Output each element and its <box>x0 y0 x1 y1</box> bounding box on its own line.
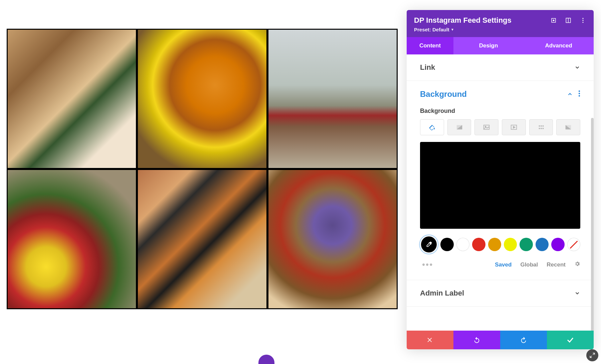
tab-design[interactable]: Design <box>453 37 524 54</box>
snap-icon[interactable] <box>565 17 572 24</box>
svg-point-8 <box>579 93 580 94</box>
section-options-icon[interactable] <box>578 90 580 99</box>
chevron-down-icon <box>574 290 580 296</box>
color-swatch-row <box>420 235 580 253</box>
svg-point-4 <box>582 18 583 19</box>
section-background-title: Background <box>420 89 467 99</box>
save-button[interactable] <box>547 331 594 349</box>
tab-advanced[interactable]: Advanced <box>524 37 594 54</box>
add-module-fab[interactable] <box>258 355 274 364</box>
svg-marker-15 <box>513 126 515 128</box>
panel-title: DP Instagram Feed Settings <box>414 16 512 25</box>
palette-recent[interactable]: Recent <box>547 261 566 268</box>
chevron-down-icon <box>574 64 580 70</box>
section-admin-label[interactable]: Admin Label <box>407 280 594 306</box>
scrollbar[interactable] <box>591 118 594 331</box>
section-admin-label-title: Admin Label <box>420 289 464 298</box>
preset-label: Preset: Default <box>414 27 449 32</box>
swatch-green[interactable] <box>520 238 533 251</box>
undo-button[interactable] <box>453 331 500 349</box>
eyedropper-button[interactable] <box>420 235 438 253</box>
bg-tab-video[interactable] <box>502 119 526 135</box>
svg-line-24 <box>593 353 595 355</box>
svg-rect-21 <box>542 128 544 129</box>
swatch-black[interactable] <box>440 238 453 251</box>
palette-global[interactable]: Global <box>520 261 538 268</box>
section-link-title: Link <box>420 63 435 72</box>
more-swatches-icon[interactable]: ••• <box>420 259 433 270</box>
feed-image[interactable] <box>7 29 137 169</box>
panel-tabs: Content Design Advanced <box>407 37 594 54</box>
feed-image[interactable] <box>137 169 267 309</box>
svg-line-25 <box>590 356 592 358</box>
svg-rect-19 <box>539 128 540 129</box>
feed-image[interactable] <box>267 29 398 169</box>
svg-rect-16 <box>539 126 540 127</box>
chevron-up-icon <box>567 91 573 97</box>
swatch-purple[interactable] <box>551 238 564 251</box>
palette-saved[interactable]: Saved <box>495 261 512 268</box>
swatch-red[interactable] <box>472 238 485 251</box>
feed-image[interactable] <box>7 169 137 309</box>
panel-footer <box>407 331 594 349</box>
svg-rect-20 <box>541 128 542 129</box>
section-link[interactable]: Link <box>407 54 594 80</box>
panel-body: Link Background Background <box>407 54 594 331</box>
svg-rect-18 <box>542 126 544 127</box>
svg-point-7 <box>579 90 580 92</box>
chevron-down-icon: ▼ <box>451 28 454 31</box>
panel-header: DP Instagram Feed Settings Preset: Defau… <box>407 10 594 37</box>
bg-tab-color[interactable] <box>420 119 444 135</box>
feed-image[interactable] <box>137 29 267 169</box>
resize-handle[interactable] <box>586 349 598 361</box>
gear-icon[interactable] <box>574 261 580 268</box>
svg-point-1 <box>553 20 554 21</box>
tab-content[interactable]: Content <box>407 37 453 54</box>
svg-point-5 <box>582 20 583 21</box>
swatch-blue[interactable] <box>536 238 549 251</box>
redo-button[interactable] <box>500 331 547 349</box>
color-preview[interactable] <box>420 142 580 229</box>
cancel-button[interactable] <box>407 331 453 349</box>
svg-point-6 <box>582 22 583 23</box>
feed-image[interactable] <box>267 169 398 309</box>
swatch-orange[interactable] <box>488 238 501 251</box>
swatch-white[interactable] <box>456 238 469 251</box>
preset-dropdown[interactable]: Preset: Default ▼ <box>414 27 586 32</box>
section-background[interactable]: Background <box>407 81 594 108</box>
svg-rect-17 <box>541 126 542 127</box>
bg-tab-mask[interactable] <box>556 119 580 135</box>
swatch-transparent[interactable] <box>567 238 580 251</box>
background-type-tabs <box>420 119 580 135</box>
instagram-feed-grid <box>7 29 398 309</box>
expand-icon[interactable] <box>550 17 557 24</box>
svg-point-9 <box>579 95 580 96</box>
bg-tab-gradient[interactable] <box>447 119 471 135</box>
bg-tab-pattern[interactable] <box>529 119 553 135</box>
settings-panel: DP Instagram Feed Settings Preset: Defau… <box>407 10 594 349</box>
bg-tab-image[interactable] <box>474 119 498 135</box>
background-label: Background <box>420 108 580 115</box>
swatch-yellow[interactable] <box>504 238 517 251</box>
more-icon[interactable] <box>580 17 586 24</box>
